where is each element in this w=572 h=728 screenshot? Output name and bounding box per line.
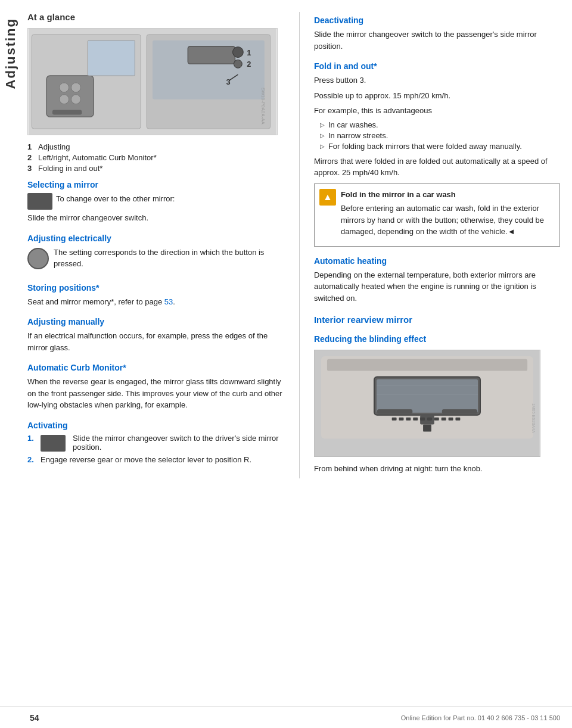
automatic-heating-text: Depending on the external temperature, b… (314, 269, 560, 304)
warning-text: Before entering an automatic car wash, f… (341, 203, 555, 238)
fold-text-4: Mirrors that were folded in are folded o… (314, 155, 560, 179)
storing-positions-link[interactable]: 53 (164, 297, 173, 306)
activating-step-1-text: Slide the mirror changeover switch to th… (73, 434, 287, 452)
fold-bullet-3: For folding back mirrors that were folde… (320, 142, 560, 151)
electric-button-icon (27, 248, 49, 269)
deactivating-heading: Deactivating (314, 15, 560, 25)
storing-positions-heading: Storing positions* (27, 283, 287, 293)
svg-rect-32 (406, 418, 411, 421)
svg-rect-35 (427, 418, 432, 421)
item-number-1: 1 (27, 142, 38, 151)
item-number-3: 3 (27, 164, 38, 173)
svg-point-4 (72, 83, 81, 92)
svg-rect-21 (327, 359, 527, 371)
svg-text:3: 3 (226, 77, 231, 86)
fold-bullets: In car washes. In narrow streets. For fo… (320, 120, 560, 151)
selecting-mirror-text: To change over to the other mirror: (56, 193, 175, 205)
svg-rect-23 (377, 379, 478, 412)
reducing-blinding-heading: Reducing the blinding effect (314, 334, 560, 344)
automatic-curb-monitor-heading: Automatic Curb Monitor* (27, 363, 287, 372)
reducing-blinding-text: From behind when driving at night: turn … (314, 463, 560, 475)
svg-rect-36 (434, 418, 439, 421)
fold-text-2: Possible up to approx. 15 mph/20 km/h. (314, 90, 560, 102)
fold-bullet-1: In car washes. (320, 120, 560, 129)
activating-heading: Activating (27, 421, 287, 430)
svg-rect-8 (88, 41, 135, 76)
svg-rect-39 (455, 418, 460, 421)
page-number: 54 (30, 713, 39, 723)
item-text-3: Folding in and out* (38, 164, 102, 173)
interior-mirror-image: 1M05-ES23A4A (314, 350, 540, 457)
adjusting-electrically-block: The setting corresponds to the direction… (27, 247, 287, 273)
list-item-2: 2 Left/right, Automatic Curb Monitor* (27, 153, 287, 162)
mirror-switch-icon (27, 193, 52, 210)
fold-text-3: For example, this is advantageous (314, 105, 560, 117)
footer: 54 Online Edition for Part no. 01 40 2 6… (0, 707, 572, 728)
selecting-mirror-text2: Slide the mirror changeover switch. (27, 212, 287, 224)
fold-text-1: Press button 3. (314, 74, 560, 86)
item-number-2: 2 (27, 153, 38, 162)
online-edition-text: Online Edition for Part no. 01 40 2 606 … (401, 714, 560, 721)
list-item-3: 3 Folding in and out* (27, 164, 287, 173)
adjusting-manually-heading: Adjusting manually (27, 317, 287, 326)
activating-step-2: 2. Engage reverse gear or move the selec… (27, 455, 287, 464)
adjusting-electrically-heading: Adjusting electrically (27, 234, 287, 243)
fold-bullet-2: In narrow streets. (320, 131, 560, 140)
at-a-glance-image: 1 2 3 SW10-P0A0A-AA (27, 28, 278, 135)
page-title: At a glance (27, 12, 287, 22)
svg-point-6 (72, 95, 81, 104)
side-tab: Adjusting (0, 0, 21, 728)
storing-positions-text: Seat and mirror memory*, refer to page 5… (27, 296, 287, 308)
selecting-mirror-heading: Selecting a mirror (27, 180, 287, 189)
warning-icon: ▲ (319, 189, 336, 206)
svg-text:1M05-ES23A4A: 1M05-ES23A4A (531, 403, 536, 433)
activating-steps: 1. Slide the mirror changeover switch to… (27, 434, 287, 464)
mirror-switch-icon-2 (41, 435, 66, 452)
fold-in-out-heading: Fold in and out* (314, 61, 560, 71)
svg-point-14 (232, 47, 243, 58)
svg-rect-7 (52, 110, 82, 114)
side-tab-label: Adjusting (3, 18, 18, 89)
warning-content: Fold in the mirror in a car wash Before … (341, 189, 555, 241)
svg-point-15 (234, 60, 242, 68)
deactivating-text: Slide the mirror changeover switch to th… (314, 29, 560, 52)
svg-rect-29 (442, 409, 477, 414)
right-column: Deactivating Slide the mirror changeover… (300, 12, 560, 478)
svg-rect-30 (392, 418, 397, 421)
svg-text:2: 2 (247, 60, 251, 69)
warning-box: ▲ Fold in the mirror in a car wash Befor… (314, 183, 560, 247)
activating-step-1-content: Slide the mirror changeover switch to th… (41, 434, 287, 452)
svg-rect-33 (413, 418, 418, 421)
left-column: At a glance (27, 12, 300, 478)
adjusting-electrically-text: The setting corresponds to the direction… (54, 247, 287, 270)
automatic-heating-heading: Automatic heating (314, 256, 560, 266)
svg-rect-27 (423, 425, 431, 432)
list-item-1: 1 Adjusting (27, 142, 287, 151)
svg-rect-34 (420, 418, 425, 421)
item-text-2: Left/right, Automatic Curb Monitor* (38, 153, 157, 162)
interior-rearview-mirror-heading: Interior rearview mirror (314, 315, 560, 325)
svg-rect-28 (377, 409, 412, 414)
svg-point-3 (60, 83, 69, 92)
numbered-items-list: 1 Adjusting 2 Left/right, Automatic Curb… (27, 142, 287, 173)
svg-rect-38 (449, 418, 453, 421)
item-text-1: Adjusting (38, 142, 70, 151)
svg-rect-37 (442, 418, 446, 421)
selecting-mirror-block: To change over to the other mirror: (27, 193, 287, 210)
svg-text:SW10-P0A0A-AA: SW10-P0A0A-AA (260, 88, 266, 125)
svg-point-5 (60, 95, 69, 104)
activating-step-1: 1. Slide the mirror changeover switch to… (27, 434, 287, 452)
activating-step-2-text: Engage reverse gear or move the selector… (41, 455, 251, 464)
warning-heading: Fold in the mirror in a car wash (341, 189, 555, 201)
automatic-curb-monitor-text: When the reverse gear is engaged, the mi… (27, 376, 287, 411)
adjusting-manually-text: If an electrical malfunction occurs, for… (27, 330, 287, 353)
svg-rect-11 (188, 46, 235, 64)
svg-rect-31 (399, 418, 403, 421)
main-content: At a glance (21, 0, 572, 502)
svg-text:1: 1 (247, 48, 251, 57)
